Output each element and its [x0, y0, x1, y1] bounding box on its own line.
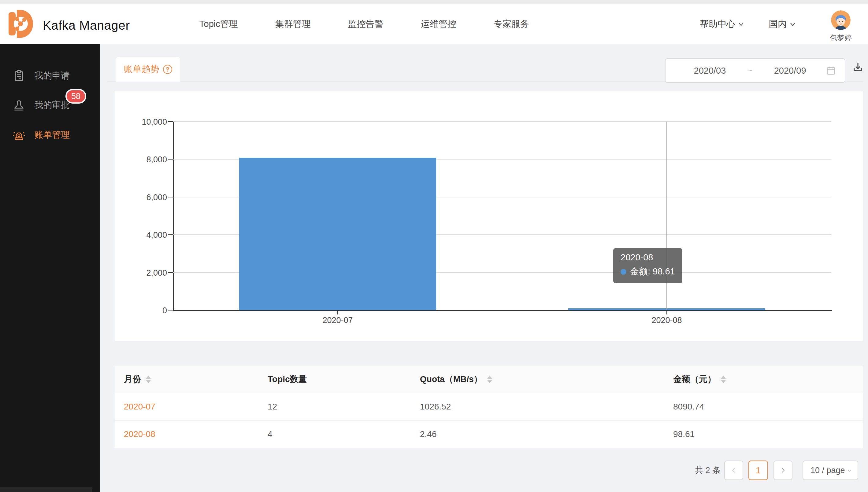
month-link[interactable]: 2020-07 [124, 393, 155, 420]
sidebar-item-label: 我的审批 [34, 99, 70, 111]
approval-count-badge: 58 [66, 89, 86, 104]
y-axis-tick [168, 310, 173, 311]
page-size-select[interactable]: 10 / page [802, 461, 858, 480]
nav-item-0[interactable]: Topic管理 [200, 18, 238, 30]
user-menu[interactable]: 包梦婷 [827, 10, 854, 43]
date-end: 2020/09 [754, 66, 826, 76]
y-axis-label: 6,000 [115, 193, 167, 202]
y-axis-label: 10,000 [115, 117, 167, 127]
column-header-3[interactable]: 金额（元） [673, 366, 726, 393]
chevron-down-icon [789, 20, 797, 28]
nav-item-2[interactable]: 监控告警 [348, 18, 383, 30]
date-start: 2020/03 [674, 66, 746, 76]
chevron-down-icon [846, 467, 853, 474]
table-row-0: 2020-07121026.528090.74 [115, 393, 863, 421]
pagination-total: 共 2 条 [695, 461, 721, 480]
topbar: Kafka Manager Topic管理集群管理监控告警运维管控专家服务 帮助… [0, 4, 868, 44]
sort-carets-icon[interactable] [721, 375, 726, 383]
tab-bill-trend[interactable]: 账单趋势 ? [116, 56, 181, 81]
table-header-row: 月份Topic数量Quota（MB/s）金额（元） [115, 366, 863, 393]
sidebar-item-2[interactable]: 账单管理 [0, 125, 100, 145]
table-cell: 1026.52 [420, 393, 451, 420]
main-nav: Topic管理集群管理监控告警运维管控专家服务 [200, 4, 529, 44]
sidebar: 我的申请我的审批58账单管理 [0, 44, 100, 492]
chevron-down-icon [737, 20, 745, 28]
page-size-value: 10 / page [811, 466, 845, 475]
bar-2020-07[interactable] [239, 158, 436, 310]
download-button[interactable] [851, 61, 864, 74]
help-question-icon[interactable]: ? [163, 65, 172, 74]
month-link[interactable]: 2020-08 [124, 421, 155, 448]
bill-table: 月份Topic数量Quota（MB/s）金额（元） 2020-07121026.… [115, 366, 863, 448]
pagination-page-1[interactable]: 1 [748, 461, 768, 480]
table-cell: 8090.74 [673, 393, 704, 420]
series-dot-icon [620, 269, 626, 275]
sort-carets-icon[interactable] [146, 375, 151, 383]
topbar-right: 帮助中心 国内 [700, 4, 797, 44]
x-axis-tick [666, 311, 667, 315]
column-header-1: Topic数量 [267, 366, 307, 393]
pagination-prev-button[interactable] [724, 461, 743, 480]
x-axis-label: 2020-07 [304, 316, 371, 325]
y-axis-tick [168, 159, 173, 159]
kafka-manager-logo-icon[interactable] [8, 10, 33, 38]
table-row-1: 2020-0842.4698.61 [115, 421, 863, 448]
gridline [173, 121, 831, 122]
bill-trend-chart: 2020-08 金额: 98.61 02,0004,0006,0008,0001… [115, 91, 863, 341]
tooltip-title: 2020-08 [620, 252, 675, 263]
table-cell: 12 [267, 393, 277, 420]
date-separator: ~ [746, 66, 754, 75]
y-axis-tick [168, 272, 173, 273]
column-header-2[interactable]: Quota（MB/s） [420, 366, 492, 393]
clipboard-icon [13, 70, 25, 82]
y-axis-tick [168, 121, 173, 122]
x-axis-label: 2020-08 [633, 316, 700, 325]
y-axis-label: 4,000 [115, 230, 167, 240]
stamp-icon [13, 99, 25, 111]
username: 包梦婷 [827, 33, 854, 43]
date-range-picker[interactable]: 2020/03 ~ 2020/09 [665, 58, 845, 83]
sidebar-collapse-trigger[interactable] [0, 487, 92, 492]
sidebar-item-label: 我的申请 [34, 70, 70, 82]
chart-tooltip: 2020-08 金额: 98.61 [613, 248, 682, 283]
y-axis-label: 0 [115, 306, 167, 315]
tab-label: 账单趋势 [124, 63, 159, 75]
y-axis-line [173, 122, 174, 310]
y-axis-label: 2,000 [115, 268, 167, 278]
browser-top-strip [0, 0, 868, 4]
tooltip-value: 金额: 98.61 [630, 266, 675, 278]
pagination-next-button[interactable] [774, 461, 793, 480]
x-axis-tick [337, 311, 338, 315]
y-axis-label: 8,000 [115, 155, 167, 165]
sort-carets-icon[interactable] [487, 375, 492, 383]
sidebar-item-label: 账单管理 [34, 129, 70, 141]
alarm-icon [13, 129, 25, 141]
sidebar-item-0[interactable]: 我的申请 [0, 66, 100, 86]
app-title: Kafka Manager [43, 18, 130, 33]
table-cell: 2.46 [420, 421, 437, 448]
chart-plot: 2020-08 金额: 98.61 02,0004,0006,0008,0001… [173, 122, 831, 310]
table-cell: 4 [267, 421, 273, 448]
nav-item-4[interactable]: 专家服务 [494, 18, 529, 30]
region-menu[interactable]: 国内 [769, 18, 787, 30]
avatar [831, 10, 850, 30]
help-center-menu[interactable]: 帮助中心 [700, 18, 735, 30]
y-axis-tick [168, 235, 173, 235]
nav-item-3[interactable]: 运维管控 [421, 18, 456, 30]
y-axis-tick [168, 197, 173, 197]
calendar-icon [826, 66, 836, 76]
table-cell: 98.61 [673, 421, 695, 448]
column-header-0[interactable]: 月份 [124, 366, 151, 393]
table-body: 2020-07121026.528090.742020-0842.4698.61 [115, 393, 863, 448]
nav-item-1[interactable]: 集群管理 [275, 18, 311, 30]
